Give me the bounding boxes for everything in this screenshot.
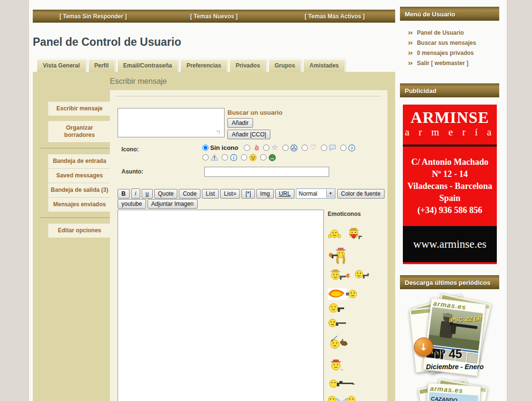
icon-option-info[interactable]: i — [222, 153, 238, 161]
top-link-temas-m-s-activos[interactable]: [ Temas Más Activos ] — [274, 13, 395, 20]
sidebar-item-bandeja-de-entrada[interactable]: Bandeja de entrada — [48, 154, 111, 168]
user-menu-item-buscar-sus-mensajes[interactable]: ››Buscar sus mensajes — [408, 38, 499, 48]
sidebar-item-escribir-mensaje[interactable]: Escribir mensaje — [48, 102, 111, 116]
emoticon-flamethrower-smiley[interactable] — [328, 288, 358, 300]
icon-option-question[interactable]: ? — [340, 144, 356, 152]
toolbar-button-color-de-fuente[interactable]: Color de fuente — [337, 189, 385, 199]
icon-option-heart[interactable]: ♡ — [302, 144, 318, 152]
icon-radio-warning[interactable] — [202, 154, 209, 160]
format-toolbar-row1: BiuQuoteCodeListList=[*]ImgURLNormal▼Col… — [118, 188, 386, 199]
sidebar-item-saved-messages[interactable]: Saved messages — [48, 168, 111, 183]
arminse-address-line: Spain — [403, 192, 497, 204]
emoticon-row — [328, 317, 386, 329]
emoticon-sniper-smiley[interactable] — [328, 376, 355, 390]
top-link-temas-sin-responder[interactable]: [ Temas Sin Responder ] — [33, 13, 154, 20]
toolbar-button-youtube[interactable]: youtube — [118, 199, 146, 209]
double-chevron-icon: ›› — [408, 48, 412, 57]
icon-option-smiley-grin[interactable] — [260, 153, 276, 161]
tab-privados[interactable]: Privados — [229, 59, 266, 73]
tab-vista-general[interactable]: Vista General — [37, 59, 86, 72]
icon-radio-group: Sin icono☆♡?!i — [202, 143, 361, 162]
icon-option-warning[interactable]: ! — [202, 153, 218, 161]
resize-grip-icon[interactable] — [216, 130, 220, 134]
tab-preferencias[interactable]: Preferencias — [180, 59, 227, 72]
sidebar-item-mensajes-enviados[interactable]: Mensajes enviados — [48, 197, 111, 212]
icon-radio-speech[interactable] — [321, 145, 327, 151]
user-menu-item-0-mensajes-privados[interactable]: ››0 mensajes privados — [408, 48, 499, 58]
ball-icon — [290, 144, 298, 152]
message-textarea[interactable] — [118, 210, 324, 401]
double-chevron-icon: ›› — [408, 58, 412, 67]
toolbar-button-[interactable]: [*] — [241, 189, 254, 199]
newspaper-1-photo: IPSC .22 LR — [428, 307, 483, 350]
add-button[interactable]: Añadir — [227, 118, 253, 128]
tab-perfil[interactable]: Perfil — [88, 59, 115, 72]
icon-option-flame[interactable] — [244, 144, 260, 152]
icon-radio-smiley-neutral[interactable] — [241, 154, 247, 160]
emoticon-smoking-cowboy-smiley[interactable] — [328, 356, 345, 374]
icon-option-ball[interactable] — [282, 144, 298, 152]
panel-divider — [116, 96, 381, 96]
page-title: Panel de Control de Usuario — [33, 36, 181, 49]
svg-text:?: ? — [350, 146, 353, 150]
emoticon-cowboy-pistol-smiley[interactable] — [328, 267, 351, 284]
emoticon-row — [328, 246, 386, 265]
sidebar-item-editar-opciones[interactable]: Editar opciones — [48, 224, 111, 238]
arminse-ad[interactable]: ARMINSE a r m e r í a C/ Antonio Machado… — [403, 105, 497, 264]
icon-option-star[interactable]: ☆ — [263, 144, 279, 152]
emoticon-cowboy-rifle-smiley[interactable] — [328, 246, 350, 265]
arminse-ad-name: ARMINSE — [403, 109, 497, 126]
icon-radio-none[interactable] — [202, 145, 209, 151]
subject-input[interactable] — [204, 167, 329, 177]
user-menu-item-salir-webmaster[interactable]: ››Salir [ webmaster ] — [408, 58, 499, 68]
user-menu-item-panel-de-usuario[interactable]: ››Panel de Usuario — [408, 27, 499, 38]
tab-grupos[interactable]: Grupos — [268, 59, 302, 72]
arminse-ad-website: www.arminse.es — [413, 238, 487, 251]
icon-option-none[interactable]: Sin icono — [202, 144, 240, 151]
emoticon-row — [328, 225, 386, 242]
emoticon-rifle-smiley[interactable] — [328, 317, 347, 329]
dropdown-arrow-icon[interactable]: ▼ — [326, 189, 335, 198]
emoticon-duel-smileys[interactable] — [328, 394, 356, 401]
sidebar-item-organizar-borradores[interactable]: Organizar borradores — [48, 121, 111, 142]
icon-radio-flame[interactable] — [244, 145, 250, 151]
emoticon-machinegun-smiley[interactable] — [354, 268, 370, 283]
emoticon-row — [328, 267, 386, 284]
icon-option-smiley-neutral[interactable] — [241, 153, 257, 161]
download-arrow-button[interactable]: ↓ — [414, 337, 433, 357]
tab-amistades[interactable]: Amistades — [303, 59, 345, 72]
toolbar-button-i[interactable]: i — [131, 188, 140, 199]
arminse-ad-address: C/ Antonio MachadoNº 12 - 14Viladecans -… — [403, 147, 497, 226]
icon-label: Icono: — [121, 146, 139, 153]
add-bcc-button[interactable]: Añadir [CCO] — [227, 130, 270, 139]
toolbar-button-img[interactable]: Img — [256, 189, 274, 199]
toolbar-button-b[interactable]: B — [118, 189, 130, 199]
icon-radio-info[interactable] — [222, 154, 228, 160]
toolbar-button-adjuntar-imagen[interactable]: Adjuntar Imagen — [147, 199, 198, 209]
emoticon-pistol-smiley[interactable] — [328, 301, 345, 315]
toolbar-button-quote[interactable]: Quote — [154, 189, 178, 199]
icon-option-speech[interactable] — [321, 144, 337, 152]
newspaper-1-thumb — [466, 353, 478, 363]
toolbar-button-u[interactable]: u — [142, 189, 153, 199]
icon-radio-question[interactable] — [340, 145, 346, 151]
toolbar-button-list[interactable]: List= — [220, 189, 240, 199]
icon-radio-ball[interactable] — [282, 145, 289, 151]
toolbar-button-url[interactable]: URL — [275, 189, 294, 199]
recipients-textarea[interactable] — [118, 108, 225, 137]
toolbar-button-code[interactable]: Code — [179, 189, 200, 199]
emoticons-label: Emoticonos — [328, 211, 361, 217]
font-size-select[interactable]: Normal▼ — [296, 188, 335, 199]
emoticon-bandit-smiley[interactable] — [344, 225, 363, 242]
sidebar-item-bandeja-de-salida-3[interactable]: Bandeja de salida (3) — [48, 183, 111, 197]
icon-radio-row-1: Sin icono☆♡? — [202, 143, 361, 152]
emoticon-horse-sword-smiley[interactable] — [328, 334, 349, 352]
tab-email-contrase-a[interactable]: Email/Contraseña — [117, 59, 178, 72]
icon-radio-heart[interactable] — [302, 145, 308, 151]
top-link-temas-nuevos[interactable]: [ Temas Nuevos ] — [154, 13, 275, 20]
emoticon-wave-smiley[interactable] — [328, 227, 341, 241]
icon-radio-star[interactable] — [263, 145, 269, 151]
icon-radio-smiley-grin[interactable] — [260, 154, 266, 160]
toolbar-button-list[interactable]: List — [202, 189, 219, 199]
left-nav: Escribir mensajeOrganizar borradoresBand… — [48, 102, 111, 238]
